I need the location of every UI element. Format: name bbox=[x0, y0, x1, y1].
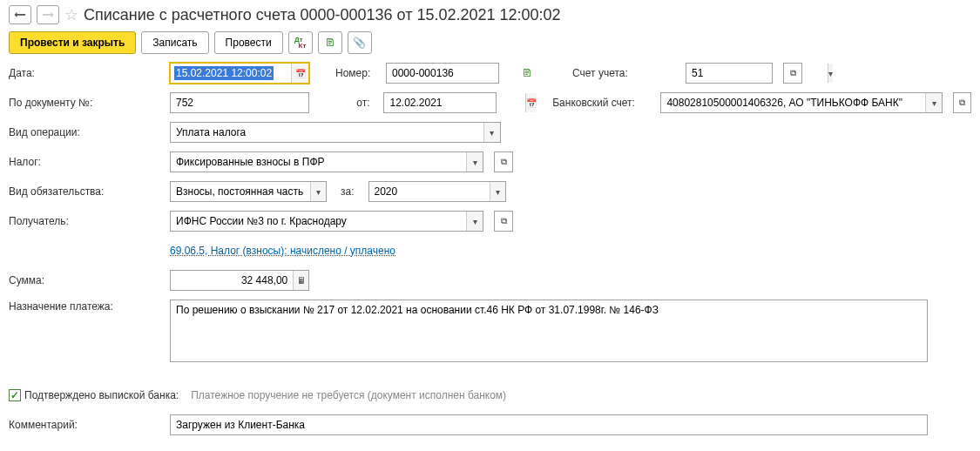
period-select[interactable]: ▾ bbox=[368, 181, 506, 202]
amount-label: Сумма: bbox=[9, 274, 161, 286]
submit-close-button[interactable]: Провести и закрыть bbox=[9, 31, 136, 54]
attach-button[interactable]: 📎 bbox=[348, 31, 372, 54]
submit-button[interactable]: Провести bbox=[214, 31, 283, 54]
date-input-wrap[interactable]: 15.02.2021 12:00:02 📅 bbox=[170, 63, 309, 84]
recipient-input[interactable] bbox=[171, 212, 466, 231]
clip-icon: 📎 bbox=[353, 37, 366, 49]
chevron-down-icon[interactable]: ▾ bbox=[925, 93, 942, 112]
nav-back-button[interactable]: 🠔 bbox=[9, 5, 31, 24]
chevron-down-icon[interactable]: ▾ bbox=[466, 152, 483, 172]
chevron-down-icon[interactable]: ▾ bbox=[310, 182, 326, 201]
bank-account-input[interactable] bbox=[661, 93, 925, 112]
chevron-down-icon[interactable]: ▾ bbox=[483, 123, 500, 142]
confirmed-label: Подтверждено выпиской банка: bbox=[24, 389, 179, 401]
bank-account-select[interactable]: ▾ bbox=[660, 92, 943, 113]
doc-number-input[interactable] bbox=[170, 92, 309, 113]
dt-kt-icon: Дт Кт bbox=[294, 37, 306, 49]
account-label: Счет учета: bbox=[572, 67, 677, 79]
doc-date-wrap[interactable]: 📅 bbox=[383, 92, 497, 113]
account-input[interactable] bbox=[686, 64, 828, 83]
obligation-label: Вид обязательства: bbox=[9, 185, 161, 198]
tax-open-button[interactable]: ⧉ bbox=[494, 151, 513, 172]
recipient-select[interactable]: ▾ bbox=[170, 211, 483, 232]
doc-number-label: По документу №: bbox=[9, 97, 161, 109]
amount-wrap[interactable]: 🖩 bbox=[170, 270, 309, 291]
purpose-label: Назначение платежа: bbox=[9, 300, 161, 314]
account-open-button[interactable]: ⧉ bbox=[783, 63, 802, 84]
page-title: Списание с расчетного счета 0000-000136 … bbox=[84, 6, 561, 24]
op-type-label: Вид операции: bbox=[9, 126, 161, 138]
for-label: за: bbox=[335, 185, 360, 198]
tax-label: Налог: bbox=[9, 156, 161, 168]
status-icon: 🖹 bbox=[522, 67, 532, 79]
confirmed-hint: Платежное поручение не требуется (докуме… bbox=[191, 389, 506, 401]
comment-input[interactable] bbox=[170, 414, 928, 435]
chevron-down-icon[interactable]: ▾ bbox=[490, 182, 505, 201]
calculator-icon[interactable]: 🖩 bbox=[293, 271, 308, 290]
tax-select[interactable]: ▾ bbox=[170, 151, 483, 172]
number-input[interactable] bbox=[386, 63, 499, 84]
related-button[interactable]: 🖹 bbox=[318, 31, 342, 54]
chevron-down-icon[interactable]: ▾ bbox=[466, 212, 483, 231]
calendar-icon[interactable]: 📅 bbox=[525, 93, 537, 112]
account-select[interactable]: ▾ bbox=[686, 63, 773, 84]
related-icon: 🖹 bbox=[325, 37, 335, 49]
obligation-input[interactable] bbox=[171, 182, 310, 201]
date-input[interactable]: 15.02.2021 12:00:02 bbox=[174, 66, 274, 80]
op-type-select[interactable]: ▾ bbox=[170, 122, 501, 143]
favorite-icon[interactable]: ☆ bbox=[64, 5, 78, 24]
doc-from-label: от: bbox=[335, 97, 375, 109]
bank-account-open-button[interactable]: ⧉ bbox=[953, 92, 971, 113]
comment-label: Комментарий: bbox=[9, 419, 161, 431]
bank-account-label: Банковский счет: bbox=[552, 97, 652, 109]
kbk-link[interactable]: 69.06.5, Налог (взносы): начислено / упл… bbox=[170, 245, 395, 257]
save-button[interactable]: Записать bbox=[141, 31, 208, 54]
calendar-icon[interactable]: 📅 bbox=[291, 64, 308, 83]
number-label: Номер: bbox=[335, 67, 377, 79]
period-input[interactable] bbox=[369, 182, 490, 201]
op-type-input[interactable] bbox=[171, 123, 483, 142]
tax-input[interactable] bbox=[171, 152, 466, 172]
obligation-select[interactable]: ▾ bbox=[170, 181, 327, 202]
recipient-open-button[interactable]: ⧉ bbox=[494, 211, 513, 232]
recipient-label: Получатель: bbox=[9, 215, 161, 227]
confirmed-checkbox[interactable]: ✓ bbox=[9, 389, 21, 401]
dt-kt-button[interactable]: Дт Кт bbox=[288, 31, 313, 54]
amount-input[interactable] bbox=[171, 271, 293, 290]
date-label: Дата: bbox=[9, 67, 161, 79]
nav-forward-button[interactable]: 🠖 bbox=[37, 5, 59, 24]
purpose-textarea[interactable] bbox=[170, 300, 928, 362]
doc-date-input[interactable] bbox=[384, 93, 525, 112]
chevron-down-icon[interactable]: ▾ bbox=[828, 64, 833, 83]
